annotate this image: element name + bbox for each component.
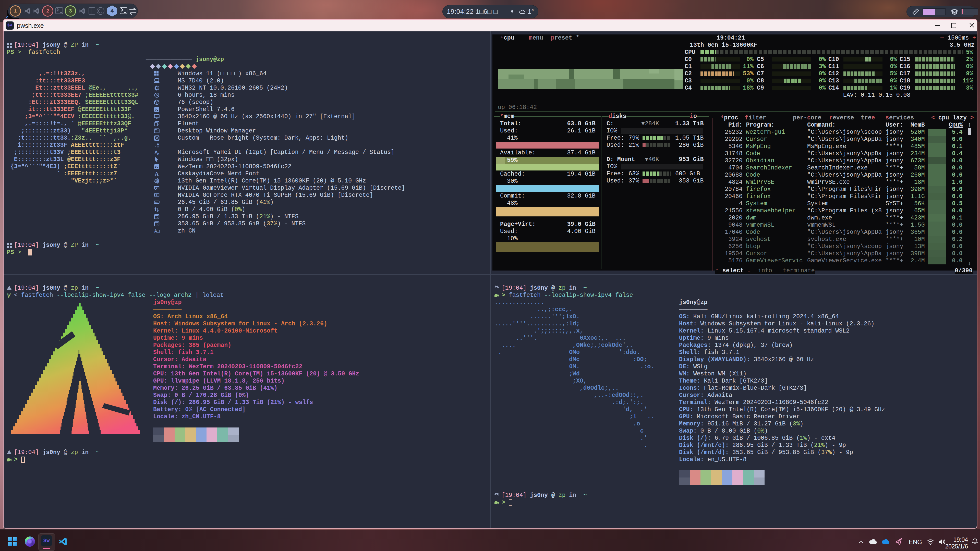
svg-text:A: A — [157, 152, 159, 155]
svg-text:A: A — [155, 171, 159, 176]
